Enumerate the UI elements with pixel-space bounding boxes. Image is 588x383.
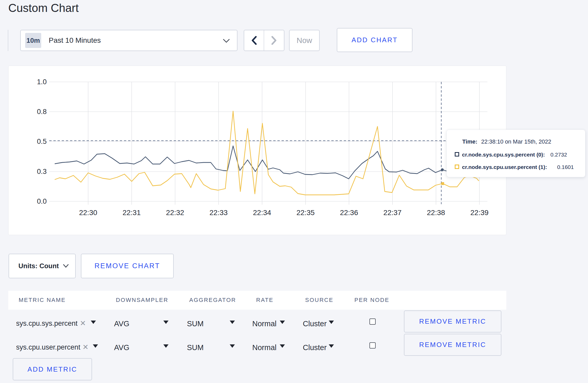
svg-text:22:38: 22:38 xyxy=(427,209,445,217)
svg-text:22:36: 22:36 xyxy=(340,209,358,217)
svg-text:1.0: 1.0 xyxy=(37,78,47,86)
svg-text:0.5: 0.5 xyxy=(37,138,47,145)
svg-text:22:30: 22:30 xyxy=(79,209,97,217)
svg-text:22:33: 22:33 xyxy=(209,209,228,217)
svg-text:22:39: 22:39 xyxy=(470,209,488,217)
svg-text:0.3: 0.3 xyxy=(37,168,47,175)
svg-text:22:34: 22:34 xyxy=(253,209,271,217)
svg-text:22:37: 22:37 xyxy=(383,209,402,217)
svg-text:0.0: 0.0 xyxy=(37,197,47,205)
svg-text:22:32: 22:32 xyxy=(166,209,184,217)
svg-text:22:31: 22:31 xyxy=(123,209,141,217)
svg-text:22:35: 22:35 xyxy=(296,209,314,217)
svg-text:0.8: 0.8 xyxy=(37,108,47,116)
